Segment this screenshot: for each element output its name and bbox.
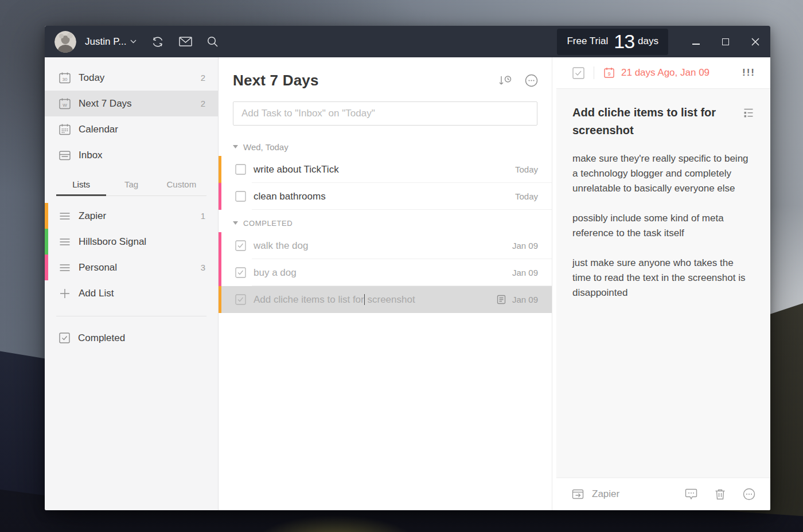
note-paragraph[interactable]: just make sure anyone who takes the time…	[572, 256, 754, 300]
collapse-triangle-icon	[233, 145, 238, 148]
sidebar-list-zapier[interactable]: Zapier 1	[45, 203, 218, 229]
sidebar-item-label: Inbox	[79, 150, 205, 161]
task-date: Today	[515, 191, 538, 201]
list-count: 1	[201, 211, 205, 221]
priority-marks[interactable]: !!!	[742, 67, 755, 79]
task-row-clean-bathrooms[interactable]: clean bathrooms Today	[219, 183, 552, 210]
window-content: 30 Today 2 W Next 7 Days 2	[45, 57, 770, 510]
sync-icon[interactable]	[151, 36, 164, 48]
user-name[interactable]: Justin P...	[85, 36, 126, 48]
list-color-bar	[45, 255, 48, 280]
sort-by-date-icon[interactable]	[498, 75, 512, 87]
sidebar-item-inbox[interactable]: Inbox	[45, 142, 218, 168]
more-options-icon[interactable]	[743, 488, 755, 500]
task-row-buy-a-dog[interactable]: buy a dog Jan 09	[219, 259, 552, 286]
section-label: Wed, Today	[243, 142, 289, 152]
task-date: Jan 09	[512, 241, 538, 251]
task-list-panel: Next 7 Days	[219, 57, 556, 510]
trial-label: Free Trial	[567, 36, 608, 47]
calendar-grid-icon	[59, 123, 71, 136]
outline-list-icon[interactable]	[743, 108, 754, 118]
due-date-text[interactable]: 21 days Ago, Jan 09	[621, 67, 710, 79]
desktop-background: Justin P... Fre	[0, 0, 803, 532]
tab-tag[interactable]: Tag	[106, 174, 156, 196]
task-checkbox-empty[interactable]	[235, 164, 246, 175]
detail-task-title[interactable]: Add cliche items to list for screenshot	[572, 104, 735, 139]
task-color-bar	[219, 232, 221, 259]
task-row-walk-the-dog[interactable]: walk the dog Jan 09	[219, 232, 552, 259]
free-trial-badge[interactable]: Free Trial 13 days	[557, 29, 668, 55]
detail-body: Add cliche items to list for screenshot …	[556, 89, 770, 478]
task-title: Add cliche items to list for screenshot	[254, 294, 415, 306]
sidebar-item-count: 2	[201, 99, 205, 108]
svg-text:W: W	[63, 102, 67, 107]
task-color-bar	[219, 156, 221, 183]
search-icon[interactable]	[207, 36, 218, 47]
task-title: write about TickTick	[254, 164, 339, 175]
trial-days-suffix: days	[638, 36, 658, 47]
comment-icon[interactable]	[685, 488, 697, 500]
plus-icon	[59, 287, 71, 300]
svg-text:30: 30	[63, 76, 68, 81]
more-options-icon[interactable]	[525, 74, 538, 87]
list-label: Personal	[79, 262, 201, 273]
titlebar: Justin P... Fre	[45, 26, 770, 57]
add-task-input[interactable]	[233, 101, 537, 126]
list-label: Hillsboro Signal	[79, 236, 205, 248]
minimize-button[interactable]	[681, 26, 711, 57]
completed-label: Completed	[78, 332, 205, 344]
tab-custom[interactable]: Custom	[157, 174, 206, 196]
task-color-bar	[219, 286, 221, 313]
task-checkbox-checked[interactable]	[235, 240, 246, 251]
tab-lists[interactable]: Lists	[56, 174, 106, 196]
add-list-button[interactable]: Add List	[45, 280, 218, 306]
calendar-today-icon: 30	[59, 72, 71, 84]
sidebar: 30 Today 2 W Next 7 Days 2	[45, 57, 219, 510]
sidebar-item-today[interactable]: 30 Today 2	[45, 65, 218, 91]
sidebar-list-personal[interactable]: Personal 3	[45, 255, 218, 280]
inbox-icon	[59, 149, 71, 162]
chevron-down-icon[interactable]	[130, 40, 137, 44]
task-detail-panel: 9 21 days Ago, Jan 09 !!! Add cliche ite…	[556, 57, 770, 510]
note-paragraph[interactable]: possibly include some kind of meta refer…	[572, 211, 754, 241]
add-list-label: Add List	[79, 288, 205, 299]
svg-text:9: 9	[608, 71, 611, 77]
note-icon	[497, 295, 506, 304]
sidebar-list-hillsboro-signal[interactable]: Hillsboro Signal	[45, 229, 218, 255]
maximize-button[interactable]	[711, 26, 740, 57]
task-checkbox-checked[interactable]	[235, 294, 246, 305]
task-row-write-about-ticktick[interactable]: write about TickTick Today	[219, 156, 552, 183]
sidebar-item-calendar[interactable]: Calendar	[45, 116, 218, 142]
section-header-today[interactable]: Wed, Today	[219, 141, 556, 152]
move-to-list-icon[interactable]	[572, 489, 584, 499]
sidebar-item-completed[interactable]: Completed	[45, 325, 218, 351]
trial-days-count: 13	[614, 32, 634, 51]
completed-checkbox-icon	[59, 332, 71, 344]
detail-checkbox-checked[interactable]	[572, 67, 584, 79]
avatar[interactable]	[54, 31, 76, 53]
calendar-week-icon: W	[59, 97, 71, 110]
collapse-triangle-icon	[233, 221, 238, 225]
sidebar-item-count: 2	[201, 73, 205, 83]
list-color-bar	[45, 229, 48, 255]
trash-icon[interactable]	[715, 488, 726, 500]
sidebar-item-next-7-days[interactable]: W Next 7 Days 2	[45, 91, 218, 116]
sidebar-divider	[56, 316, 206, 316]
task-title: buy a dog	[254, 267, 297, 279]
mail-icon[interactable]	[179, 37, 192, 46]
list-icon	[59, 261, 71, 274]
list-color-bar	[45, 203, 48, 229]
footer-list-name[interactable]: Zapier	[592, 488, 668, 500]
due-date-calendar-icon[interactable]: 9	[603, 67, 615, 79]
section-header-completed[interactable]: COMPLETED	[219, 217, 556, 229]
task-row-add-cliche-items[interactable]: Add cliche items to list for screenshot …	[219, 286, 552, 313]
close-button[interactable]	[740, 26, 770, 57]
task-title: clean bathrooms	[254, 191, 326, 202]
sidebar-item-label: Today	[79, 72, 201, 84]
task-checkbox-empty[interactable]	[235, 191, 246, 202]
task-color-bar	[219, 183, 221, 210]
note-paragraph[interactable]: make sure they're really specific to bei…	[572, 151, 754, 196]
detail-header: 9 21 days Ago, Jan 09 !!!	[556, 57, 770, 89]
task-checkbox-checked[interactable]	[235, 267, 246, 278]
task-title: walk the dog	[254, 240, 308, 252]
